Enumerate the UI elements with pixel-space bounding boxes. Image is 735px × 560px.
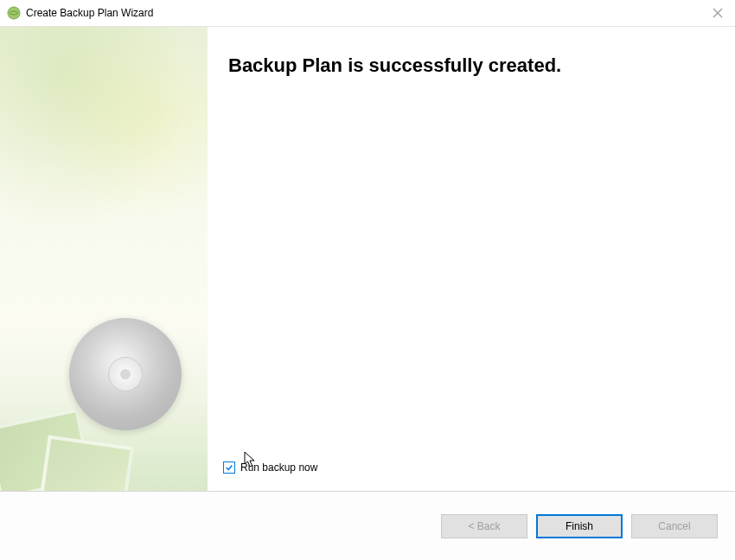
window-title: Create Backup Plan Wizard [26, 7, 153, 19]
run-backup-label: Run backup now [240, 461, 317, 474]
close-button[interactable] [709, 4, 726, 22]
run-backup-checkbox[interactable] [223, 461, 235, 474]
wizard-content: Backup Plan is successfully created. Run… [208, 27, 735, 491]
disc-icon [69, 318, 182, 430]
back-button: < Back [441, 514, 527, 538]
page-heading: Backup Plan is successfully created. [228, 54, 709, 77]
finish-button[interactable]: Finish [536, 514, 623, 538]
wizard-sidebar-graphic [0, 27, 208, 491]
app-icon [7, 6, 21, 20]
run-backup-now-option[interactable]: Run backup now [223, 461, 317, 474]
wizard-button-bar: < Back Finish Cancel [0, 491, 735, 560]
titlebar: Create Backup Plan Wizard [0, 0, 735, 26]
cancel-button: Cancel [631, 514, 718, 538]
main-area: Backup Plan is successfully created. Run… [0, 26, 735, 491]
